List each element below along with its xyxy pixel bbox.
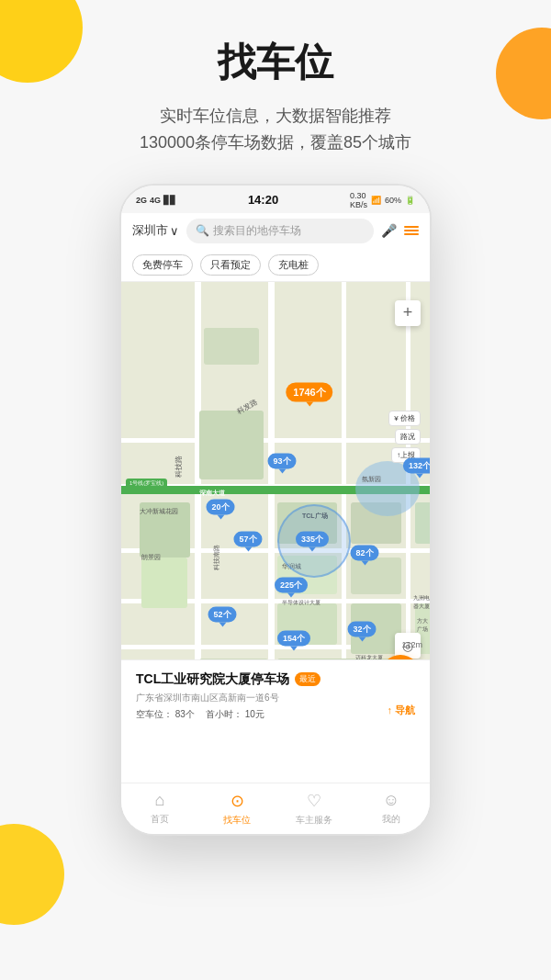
road-h2 [121, 438, 430, 443]
subtitle: 实时车位信息，大数据智能推荐 130000条停车场数据，覆盖85个城市 [18, 103, 533, 156]
parking-name: TCL工业研究院大厦停车场 [136, 671, 289, 688]
first-hour-value: 10元 [245, 709, 264, 719]
menu-line-1 [404, 226, 419, 228]
map-label-bdt: 半导体设计大厦 [282, 599, 320, 607]
signal-4g: 4G [150, 196, 161, 205]
block-2 [204, 328, 259, 365]
speed-indicator: 0.30KB/s [350, 191, 367, 209]
block-4 [141, 558, 187, 608]
metro-label: 1号线(罗宝线) [126, 479, 167, 489]
parking-address: 广东省深圳市南山区高新南一道6号 [136, 692, 415, 704]
search-right: 🎤 [381, 223, 419, 238]
parking-pin-225[interactable]: 225个 [275, 577, 308, 592]
parking-pin-82[interactable]: 82个 [350, 545, 378, 560]
nav-label-home: 首页 [151, 813, 169, 826]
mic-icon[interactable]: 🎤 [381, 223, 397, 238]
map-label-langjing: 朗景园 [141, 553, 161, 562]
map-label-fangda: 方大广场 [417, 617, 430, 634]
block-8 [351, 558, 401, 594]
available-spots-value: 83个 [175, 709, 195, 719]
card-navigate-button[interactable]: ↑ 导航 [388, 704, 416, 717]
menu-icon[interactable] [404, 226, 419, 235]
road-condition-tag[interactable]: 路况 [395, 429, 421, 445]
distance-badge: 112m [401, 640, 422, 649]
parking-pin-32[interactable]: 32个 [347, 621, 376, 636]
distance-value: 112m [401, 640, 422, 649]
search-input[interactable]: 🔍 搜索目的地停车场 [186, 219, 374, 243]
price-tag[interactable]: ¥ 价格 [388, 411, 421, 426]
chevron-down-icon: ∨ [170, 224, 179, 238]
signal-2g: 2G [136, 196, 147, 205]
nav-label-services: 车主服务 [296, 814, 332, 827]
card-nav-label: 导航 [395, 704, 415, 717]
search-placeholder: 搜索目的地停车场 [213, 223, 301, 239]
first-hour-label: 首小时： [206, 709, 242, 719]
nearest-badge: 最近 [295, 672, 320, 686]
bottom-navigation: ⌂ 首页 ⊙ 找车位 ♡ 车主服务 ☺ 我的 [121, 783, 430, 834]
card-nav-icon: ↑ [388, 704, 393, 715]
profile-icon: ☺ [383, 791, 399, 810]
nav-item-profile[interactable]: ☺ 我的 [353, 783, 430, 834]
parking-pin-93[interactable]: 93个 [267, 453, 296, 468]
map-label-shennan: 深南大道 [199, 489, 225, 498]
parking-pin-154[interactable]: 154个 [277, 630, 310, 646]
home-icon: ⌂ [155, 791, 165, 810]
first-hour: 首小时： 10元 [206, 708, 264, 721]
battery-icon: 🔋 [405, 196, 415, 205]
zoom-plus-button[interactable]: + [395, 300, 421, 326]
signal-bars: ▊▊ [163, 196, 176, 205]
search-icon: 🔍 [196, 224, 209, 237]
status-time: 14:20 [248, 193, 278, 207]
parking-pin-52[interactable]: 52个 [208, 606, 236, 622]
parking-pin-57[interactable]: 57个 [233, 531, 262, 546]
parking-pin-335[interactable]: 335个 [296, 531, 329, 546]
subtitle-line1: 实时车位信息，大数据智能推荐 [18, 103, 533, 130]
available-spots: 空车位： 83个 [136, 708, 195, 721]
status-bar: 2G 4G ▊▊ 14:20 0.30KB/s 📶 60% 🔋 [121, 186, 430, 213]
filter-chip-free[interactable]: 免费停车 [132, 254, 193, 276]
map-label-jiuzhou: 九洲电器大厦 [413, 594, 430, 611]
card-title-row: TCL工业研究院大厦停车场 最近 [136, 671, 415, 688]
map-area[interactable]: 科技路 科发路 大冲新城花园 朗景园 华润城 深南大道 氛新园 TCL广场 半导… [121, 282, 430, 732]
nav-label-parking: 找车位 [223, 814, 251, 827]
parking-pin-1746[interactable]: 1746个 [286, 382, 332, 401]
phone-mockup: 2G 4G ▊▊ 14:20 0.30KB/s 📶 60% 🔋 深圳市 ∨ 🔍 … [119, 184, 432, 836]
status-left: 2G 4G ▊▊ [136, 196, 176, 205]
parking-details: 空车位： 83个 首小时： 10元 [136, 708, 415, 721]
city-selector[interactable]: 深圳市 ∨ [132, 222, 179, 239]
menu-line-3 [404, 233, 419, 235]
page-title: 找车位 [18, 37, 533, 88]
menu-line-2 [404, 230, 419, 231]
nav-item-home[interactable]: ⌂ 首页 [121, 783, 198, 834]
header-section: 找车位 实时车位信息，大数据智能推荐 130000条停车场数据，覆盖85个城市 [0, 0, 551, 175]
nav-item-services[interactable]: ♡ 车主服务 [276, 783, 353, 834]
services-icon: ♡ [307, 791, 321, 811]
map-label-keji: 科技路 [174, 455, 184, 477]
map-label-kejin: 科技南路 [212, 545, 221, 570]
filter-chip-charging[interactable]: 充电桩 [268, 254, 319, 276]
wifi-icon: 📶 [371, 196, 381, 205]
filter-chip-reserve[interactable]: 只看预定 [200, 254, 261, 276]
parking-pin-20[interactable]: 20个 [206, 499, 234, 514]
parking-search-icon: ⊙ [231, 791, 244, 811]
phone-mockup-wrap: 2G 4G ▊▊ 14:20 0.30KB/s 📶 60% 🔋 深圳市 ∨ 🔍 … [0, 175, 551, 836]
filter-bar: 免费停车 只看预定 充电桩 [121, 249, 430, 282]
parking-info-card[interactable]: TCL工业研究院大厦停车场 最近 广东省深圳市南山区高新南一道6号 空车位： 8… [121, 659, 430, 732]
parking-pin-132[interactable]: 132个 [403, 457, 430, 473]
block-9 [415, 502, 430, 544]
bg-decoration-bl [0, 824, 64, 925]
search-bar: 深圳市 ∨ 🔍 搜索目的地停车场 🎤 [121, 213, 430, 249]
map-label-dachong: 大冲新城花园 [140, 507, 178, 516]
status-right: 0.30KB/s 📶 60% 🔋 [350, 191, 415, 209]
nav-item-parking[interactable]: ⊙ 找车位 [198, 783, 276, 834]
battery-level: 60% [385, 196, 401, 205]
city-name: 深圳市 [132, 222, 168, 239]
available-spots-label: 空车位： [136, 709, 173, 719]
subtitle-line2: 130000条停车场数据，覆盖85个城市 [18, 130, 533, 156]
map-label-fenxin: 氛新园 [362, 475, 381, 484]
nav-label-profile: 我的 [382, 813, 400, 826]
block-1 [199, 411, 264, 479]
